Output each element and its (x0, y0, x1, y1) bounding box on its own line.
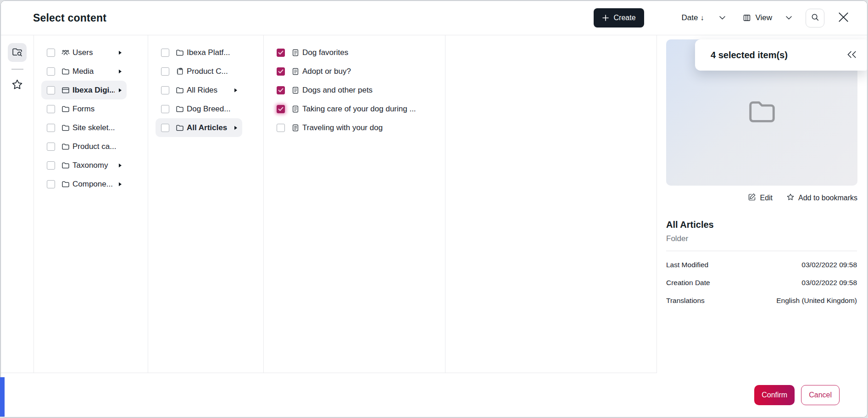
selection-summary-card: 4 selected item(s) (695, 39, 867, 71)
folder-icon (61, 161, 70, 170)
bookmarks-tab-button[interactable] (8, 76, 27, 94)
tree-item[interactable]: Site skelet... (41, 118, 127, 137)
item-checkbox[interactable] (161, 86, 169, 94)
create-button[interactable]: Create (594, 8, 644, 28)
item-checkbox[interactable] (47, 105, 55, 113)
item-label: Ibexa Digi... (72, 86, 115, 95)
item-checkbox[interactable] (277, 86, 285, 94)
folder-icon (176, 105, 184, 113)
confirm-button[interactable]: Confirm (754, 385, 795, 405)
tree-item[interactable]: Users (41, 43, 127, 62)
view-label: View (755, 13, 772, 22)
item-label: Media (72, 67, 115, 76)
tree-item[interactable]: All Rides (156, 81, 242, 99)
expand-caret-icon[interactable] (234, 126, 238, 130)
tree-item[interactable]: Dog favorites (271, 43, 437, 62)
edit-label: Edit (760, 194, 773, 202)
folder-icon (61, 67, 70, 76)
tree-item[interactable]: Product C... (156, 62, 242, 81)
tree-item[interactable]: Media (41, 62, 127, 81)
item-checkbox[interactable] (161, 49, 169, 57)
tree-column-3: Dog favoritesAdopt or buy?Dogs and other… (264, 35, 445, 373)
tree-column-2: Ibexa Platf...Product C...All RidesDog B… (148, 35, 264, 373)
article-icon (291, 105, 300, 113)
item-label: Forms (72, 104, 122, 114)
tree-item[interactable]: Dogs and other pets (271, 81, 437, 99)
content-type-label: Folder (666, 234, 857, 243)
item-label: Dogs and other pets (302, 86, 432, 95)
sort-dropdown[interactable]: Date ↓ (682, 13, 726, 22)
item-label: Site skelet... (72, 123, 122, 132)
left-icon-rail (1, 35, 34, 373)
modal-footer: Confirm Cancel (1, 373, 867, 417)
view-dropdown[interactable]: View (743, 13, 792, 22)
article-icon (291, 49, 300, 57)
tree-item[interactable]: Product ca... (41, 137, 127, 156)
content-info: All Articles Folder Last Modified 03/02/… (666, 220, 857, 305)
expand-caret-icon[interactable] (118, 182, 122, 187)
item-label: Taking care of your dog during ... (302, 104, 432, 114)
item-checkbox[interactable] (47, 124, 55, 132)
close-icon (837, 11, 850, 25)
item-checkbox[interactable] (47, 86, 55, 94)
modal-header: Select content Create Date ↓ View (1, 1, 867, 35)
item-checkbox[interactable] (47, 180, 55, 188)
tree-item[interactable]: Dog Breed... (156, 99, 242, 118)
tree-item[interactable]: Ibexa Platf... (156, 43, 242, 62)
tree-item[interactable]: Taxonomy (41, 156, 127, 175)
item-label: Taxonomy (72, 161, 115, 170)
article-icon (291, 67, 300, 76)
item-label: Adopt or buy? (302, 67, 432, 76)
close-button[interactable] (837, 11, 850, 25)
add-to-bookmarks-button[interactable]: Add to bookmarks (786, 193, 857, 203)
item-label: Traveling with your dog (302, 123, 432, 132)
folder-icon (61, 180, 70, 188)
item-checkbox[interactable] (47, 143, 55, 151)
meta-row-last-modified: Last Modified 03/02/2022 09:58 (666, 261, 857, 269)
tree-item[interactable]: Forms (41, 99, 127, 118)
tree-item[interactable]: All Articles (156, 118, 242, 137)
chevron-down-icon (719, 16, 725, 20)
tree-item[interactable]: Traveling with your dog (271, 118, 437, 137)
expand-caret-icon[interactable] (118, 88, 122, 93)
star-icon (11, 78, 23, 92)
search-button[interactable] (806, 9, 824, 28)
item-checkbox[interactable] (161, 124, 169, 132)
folder-icon (176, 124, 184, 132)
collapse-panel-button[interactable] (845, 50, 858, 60)
tree-item[interactable]: Adopt or buy? (271, 62, 437, 81)
meta-label: Creation Date (666, 279, 710, 287)
item-checkbox[interactable] (47, 67, 55, 76)
folder-icon (61, 105, 70, 113)
expand-caret-icon[interactable] (118, 50, 122, 55)
expand-caret-icon[interactable] (118, 69, 122, 74)
tree-item[interactable]: Compone... (41, 175, 127, 193)
item-checkbox[interactable] (47, 161, 55, 170)
tree-item[interactable]: Ibexa Digi... (41, 81, 127, 99)
cancel-button[interactable]: Cancel (801, 385, 840, 405)
item-checkbox[interactable] (277, 49, 285, 57)
folder-icon (176, 49, 184, 57)
folder-search-icon (11, 46, 23, 59)
item-checkbox[interactable] (277, 124, 285, 132)
item-checkbox[interactable] (161, 105, 169, 113)
selected-count-label: 4 selected item(s) (711, 50, 845, 60)
modal-body: UsersMediaIbexa Digi...FormsSite skelet.… (1, 35, 867, 373)
page-title: Select content (33, 12, 106, 24)
item-checkbox[interactable] (277, 67, 285, 76)
item-checkbox[interactable] (161, 67, 169, 76)
double-chevron-left-icon (846, 51, 857, 60)
edit-button[interactable]: Edit (748, 193, 773, 203)
tree-item[interactable]: Taking care of your dog during ... (271, 99, 437, 118)
meta-row-creation-date: Creation Date 03/02/2022 09:58 (666, 279, 857, 287)
item-label: Dog favorites (302, 48, 432, 57)
browse-tab-button[interactable] (8, 43, 27, 62)
rail-divider (11, 69, 23, 70)
item-checkbox[interactable] (47, 49, 55, 57)
expand-caret-icon[interactable] (118, 163, 122, 168)
select-content-modal: Select content Create Date ↓ View (0, 0, 868, 418)
item-checkbox[interactable] (277, 105, 285, 113)
plus-icon (602, 14, 609, 22)
content-title: All Articles (666, 220, 857, 230)
expand-caret-icon[interactable] (234, 88, 238, 93)
